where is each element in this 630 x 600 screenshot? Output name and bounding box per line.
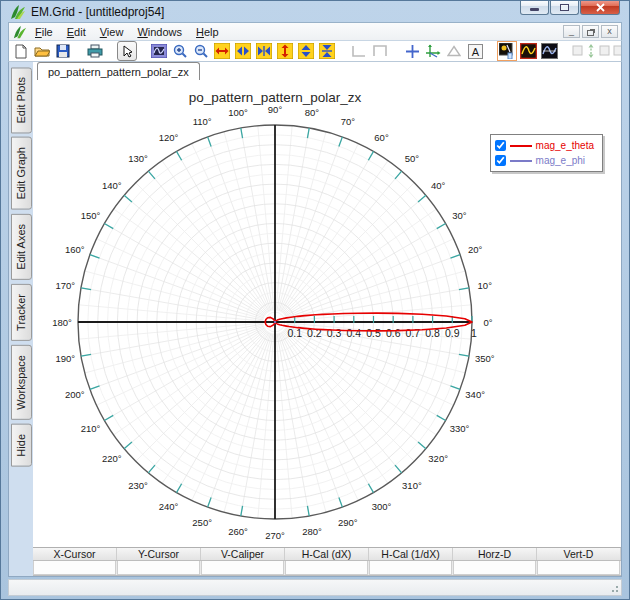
- angle-label: 40°: [431, 180, 446, 191]
- cursor-readout-table: X-CursorY-CursorV-CaliperH-Cal (dX)H-Cal…: [33, 547, 621, 576]
- axes-tool-button[interactable]: [423, 41, 443, 61]
- cursor-col-v-caliper: V-Caliper: [201, 548, 285, 560]
- cursor-value-cell: [285, 561, 368, 575]
- shrink-x-button[interactable]: [254, 41, 274, 61]
- new-document-button[interactable]: [11, 41, 31, 61]
- legend: mag_e_thetamag_e_phi: [490, 134, 603, 172]
- maximize-icon: [560, 4, 569, 11]
- h-align-button: [612, 41, 622, 61]
- angle-label: 90°: [268, 104, 283, 115]
- app-logo-icon: [10, 4, 26, 20]
- status-bar: [8, 579, 622, 596]
- open-folder-icon: [34, 44, 50, 58]
- axes-tool-icon: [425, 44, 441, 59]
- sidebar-tab-edit-plots[interactable]: Edit Plots: [11, 67, 32, 133]
- legend-swatch-mag_e_phi: [510, 160, 532, 162]
- series-mag_e_phi: [275, 322, 276, 323]
- mdi-close-button[interactable]: x: [601, 25, 618, 38]
- radial-label: 0.3: [327, 327, 342, 339]
- svg-text:A: A: [471, 45, 479, 57]
- triangle-tool-button: [444, 41, 464, 61]
- angle-label: 50°: [405, 153, 420, 164]
- sidebar-tab-tracker[interactable]: Tracker: [11, 284, 32, 341]
- angle-label: 30°: [452, 210, 467, 221]
- triangle-tool-icon: [447, 45, 461, 57]
- menu-help[interactable]: Help: [189, 24, 226, 40]
- radial-label: 0.6: [386, 327, 401, 339]
- mdi-restore-button[interactable]: [582, 25, 599, 38]
- colormap-button[interactable]: [497, 41, 517, 61]
- angle-label: 140°: [102, 180, 122, 191]
- new-document-icon: [14, 44, 28, 59]
- pan-x-button[interactable]: [233, 41, 253, 61]
- print-button[interactable]: [85, 41, 105, 61]
- add-marker-button[interactable]: [402, 41, 422, 61]
- menu-windows[interactable]: Windows: [130, 24, 189, 40]
- angle-label: 330°: [450, 423, 470, 434]
- text-label-icon: A: [468, 44, 483, 59]
- shrink-x-icon: [256, 43, 272, 59]
- pan-y-button[interactable]: [296, 41, 316, 61]
- save-button[interactable]: [53, 41, 73, 61]
- resize-grip[interactable]: [609, 583, 619, 593]
- angle-label: 60°: [374, 132, 389, 143]
- print-icon: [87, 44, 103, 58]
- legend-checkbox-mag_e_phi[interactable]: [495, 155, 506, 166]
- angle-label: 260°: [228, 526, 248, 537]
- menu-edit[interactable]: Edit: [60, 24, 93, 40]
- curve-style-icon: [520, 43, 537, 59]
- angle-label: 170°: [55, 280, 75, 291]
- sidebar-tab-workspace[interactable]: Workspace: [11, 345, 32, 420]
- maximize-button[interactable]: [550, 0, 579, 15]
- menu-bar: FileEditViewWindowsHelp _ x: [8, 22, 622, 40]
- zoom-out-button[interactable]: [191, 41, 211, 61]
- cursor-col-y-cursor: Y-Cursor: [117, 548, 201, 560]
- zoom-in-button[interactable]: [170, 41, 190, 61]
- sidebar-tab-edit-graph[interactable]: Edit Graph: [11, 137, 32, 210]
- sidebar-tab-edit-axes[interactable]: Edit Axes: [11, 214, 32, 280]
- cursor-value-cell: [33, 561, 116, 575]
- minimize-button[interactable]: [520, 0, 549, 15]
- angle-label: 310°: [402, 480, 422, 491]
- h-align-icon: [613, 43, 622, 59]
- angle-label: 10°: [478, 280, 493, 291]
- sidebar-tab-hide[interactable]: Hide: [11, 424, 32, 467]
- angle-label: 290°: [338, 517, 358, 528]
- angle-label: 230°: [128, 480, 148, 491]
- cursor-table-headers: X-CursorY-CursorV-CaliperH-Cal (dX)H-Cal…: [33, 548, 621, 561]
- legend-checkbox-mag_e_theta[interactable]: [495, 140, 506, 151]
- angle-label: 210°: [81, 423, 101, 434]
- angle-label: 270°: [265, 530, 285, 541]
- angle-label: 120°: [159, 132, 179, 143]
- mdi-minimize-button[interactable]: _: [563, 25, 580, 38]
- angle-label: 220°: [102, 453, 122, 464]
- angle-label: 190°: [55, 353, 75, 364]
- text-label-button[interactable]: A: [465, 41, 485, 61]
- plot-area[interactable]: po_pattern_pattern_polar_zx0.10.20.30.40…: [33, 80, 621, 547]
- open-button[interactable]: [32, 41, 52, 61]
- menu-file[interactable]: File: [28, 24, 60, 40]
- expand-x-button[interactable]: [212, 41, 232, 61]
- angle-label: 110°: [193, 116, 212, 127]
- waveform-button[interactable]: [539, 41, 559, 61]
- mdi-restore-icon: [587, 30, 594, 36]
- waveform-icon: [541, 43, 558, 59]
- box-tool-button: [370, 41, 390, 61]
- fit-view-button[interactable]: [149, 41, 169, 61]
- corner-tool-icon: [352, 45, 366, 57]
- shrink-y-button[interactable]: [317, 41, 337, 61]
- legend-swatch-mag_e_theta: [510, 145, 532, 147]
- menu-view[interactable]: View: [93, 24, 131, 40]
- tab-po-pattern-pattern-polar-zx[interactable]: po_pattern_pattern_polar_zx: [37, 62, 200, 80]
- cursor-col-horz-d: Horz-D: [453, 548, 537, 560]
- close-button[interactable]: [580, 0, 620, 15]
- pan-y-icon: [298, 43, 314, 59]
- radial-label: 0.1: [287, 327, 302, 339]
- mdi-document-icon: [12, 25, 28, 39]
- title-bar[interactable]: EM.Grid - [untitledproj54]: [8, 1, 622, 22]
- document-area: po_pattern_pattern_polar_zx po_pattern_p…: [33, 62, 621, 576]
- curve-style-button[interactable]: [518, 41, 538, 61]
- zoom-in-icon: [173, 44, 188, 59]
- pointer-tool-button[interactable]: [117, 41, 137, 61]
- expand-y-button[interactable]: [275, 41, 295, 61]
